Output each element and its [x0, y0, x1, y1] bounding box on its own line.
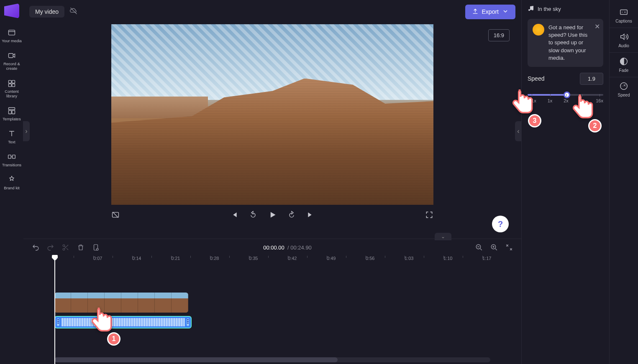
- svg-rect-8: [12, 110, 15, 114]
- captions-icon: [619, 8, 628, 17]
- sidebar-item-templates[interactable]: Templates: [0, 103, 23, 125]
- tab-captions[interactable]: Captions: [610, 3, 638, 28]
- fade-icon: [619, 57, 628, 66]
- timeline-panel: 00:00.00 / 00:24.90 0 0:07 0:14 0:21 0:2…: [23, 239, 521, 364]
- svg-rect-1: [9, 53, 13, 58]
- project-title-input[interactable]: My video: [29, 6, 64, 18]
- collapse-down-tab[interactable]: ⌄: [435, 233, 451, 240]
- svg-point-13: [63, 248, 65, 250]
- video-preview[interactable]: [111, 24, 433, 205]
- sidebar-label: Record & create: [1, 61, 23, 71]
- sidebar-item-brand-kit[interactable]: Brand kit: [0, 172, 23, 193]
- sidebar-item-your-media[interactable]: Your media: [0, 25, 23, 46]
- sidebar-label: Your media: [2, 38, 22, 43]
- redo-icon[interactable]: [47, 244, 54, 251]
- undo-icon[interactable]: [32, 244, 39, 251]
- audio-clip-handle-right[interactable]: [187, 318, 189, 326]
- far-right-tabs: Captions Audio Fade Speed: [609, 0, 638, 364]
- transitions-icon: [8, 153, 16, 161]
- svg-rect-6: [9, 108, 15, 110]
- collapse-left-tab[interactable]: ›: [23, 121, 30, 141]
- svg-rect-0: [9, 30, 15, 35]
- brand-kit-icon: [8, 176, 16, 184]
- speed-slider[interactable]: 0.1x 1x 2x 4x 16x: [528, 91, 603, 104]
- aspect-ratio-badge[interactable]: 16:9: [488, 29, 510, 41]
- collapse-right-tab[interactable]: ‹: [515, 121, 522, 141]
- tab-label: Audio: [618, 43, 629, 48]
- help-button[interactable]: ?: [492, 216, 509, 232]
- app-logo-icon: [4, 3, 19, 18]
- close-icon[interactable]: ✕: [594, 22, 600, 31]
- time-display: 00:00.00 / 00:24.90: [107, 244, 468, 251]
- sidebar-item-transitions[interactable]: Transitions: [0, 149, 23, 171]
- audio-track-title: In the sky: [528, 5, 603, 13]
- svg-rect-2: [9, 80, 12, 83]
- speed-icon: [619, 81, 628, 91]
- record-icon: [8, 51, 16, 60]
- audio-clip-handle-left[interactable]: [57, 318, 59, 326]
- sidebar-label: Brand kit: [4, 186, 20, 190]
- svg-rect-4: [9, 84, 12, 87]
- emoji-icon: [533, 24, 544, 36]
- speed-tip-card: Got a need for speed? Use this to speed …: [528, 19, 603, 67]
- cut-icon[interactable]: [62, 244, 69, 251]
- sidebar-item-text[interactable]: Text: [0, 126, 23, 148]
- audio-waveform: [61, 318, 185, 326]
- split-icon[interactable]: [92, 244, 100, 251]
- sidebar-item-record[interactable]: Record & create: [0, 48, 23, 74]
- tab-fade[interactable]: Fade: [610, 53, 638, 77]
- media-icon: [8, 28, 16, 37]
- upload-icon: [472, 8, 479, 16]
- play-icon[interactable]: [268, 211, 277, 219]
- hide-preview-icon[interactable]: [111, 211, 120, 219]
- zoom-out-icon[interactable]: [475, 244, 483, 251]
- speed-label: Speed: [528, 75, 544, 82]
- cloud-off-icon[interactable]: [69, 7, 78, 17]
- preview-area: › ‹ 16:9: [23, 23, 521, 239]
- tab-label: Speed: [618, 93, 630, 97]
- sidebar-label: Transitions: [2, 163, 21, 167]
- skip-back-icon[interactable]: [230, 211, 238, 219]
- audio-name: In the sky: [538, 6, 561, 12]
- timeline-ruler[interactable]: 0 0:07 0:14 0:21 0:28 0:35 0:42 0:49 0:5…: [54, 256, 521, 267]
- svg-rect-5: [12, 84, 15, 87]
- tip-text: Got a need for speed? Use this to speed …: [548, 24, 591, 62]
- forward-icon[interactable]: [287, 211, 296, 219]
- svg-rect-9: [8, 155, 11, 158]
- right-properties-panel: In the sky Got a need for speed? Use thi…: [521, 0, 609, 364]
- current-time: 00:00.00: [263, 244, 284, 251]
- svg-rect-3: [12, 80, 15, 83]
- rewind-icon[interactable]: [249, 211, 257, 219]
- sidebar-label: Content library: [1, 89, 23, 98]
- audio-clip[interactable]: [54, 316, 192, 328]
- total-time: 00:24.90: [290, 244, 312, 251]
- timeline-scrollbar[interactable]: [54, 357, 490, 362]
- text-icon: [8, 130, 16, 138]
- svg-rect-20: [620, 10, 628, 15]
- sidebar-item-content-library[interactable]: Content library: [0, 76, 23, 102]
- music-note-icon: [528, 5, 534, 13]
- svg-point-19: [532, 9, 533, 10]
- delete-icon[interactable]: [77, 244, 85, 251]
- tab-label: Captions: [615, 19, 632, 23]
- top-toolbar: My video Export: [23, 0, 521, 23]
- templates-icon: [8, 107, 16, 115]
- fullscreen-icon[interactable]: [425, 211, 433, 219]
- sidebar-label: Templates: [3, 117, 20, 121]
- fit-icon[interactable]: [505, 244, 513, 251]
- left-sidebar: Your media Record & create Content libra…: [0, 0, 23, 364]
- tab-audio[interactable]: Audio: [610, 28, 638, 53]
- speed-input[interactable]: 1.9: [580, 73, 603, 85]
- tab-label: Fade: [619, 68, 629, 73]
- video-clip[interactable]: [54, 293, 188, 313]
- export-button[interactable]: Export: [465, 5, 515, 19]
- export-label: Export: [482, 8, 499, 15]
- timeline-playhead[interactable]: [54, 256, 55, 364]
- tab-speed[interactable]: Speed: [610, 77, 638, 102]
- sidebar-label: Text: [8, 140, 15, 144]
- svg-point-12: [63, 244, 65, 247]
- skip-forward-icon[interactable]: [307, 211, 315, 219]
- chevron-down-icon: [502, 8, 509, 16]
- svg-rect-7: [9, 110, 12, 114]
- zoom-in-icon[interactable]: [490, 244, 498, 251]
